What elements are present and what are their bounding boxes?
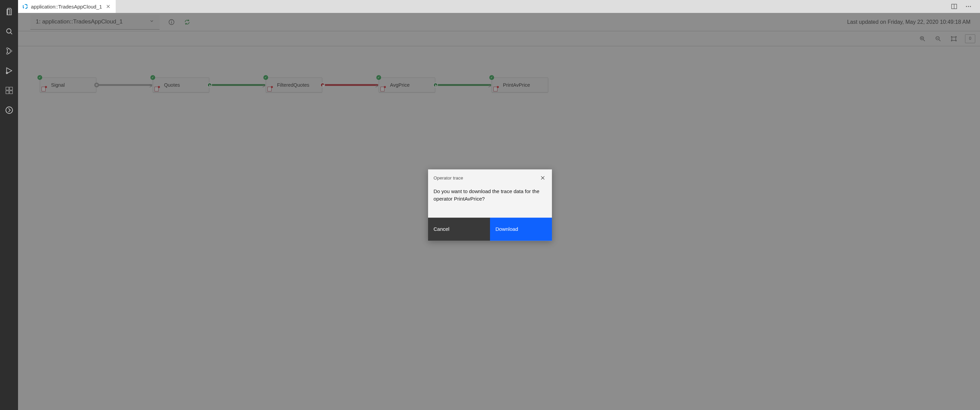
- editor-tab[interactable]: application::TradesAppCloud_1: [18, 0, 116, 13]
- activity-bar: [0, 0, 18, 410]
- last-updated-label: Last updated on Friday, May 22, 2020 10:…: [847, 19, 970, 25]
- output-port[interactable]: [94, 82, 99, 87]
- operator-node-label: PrintAvPrice: [503, 82, 530, 88]
- svg-point-14: [970, 6, 971, 7]
- operator-node-label: FilteredQuotes: [277, 82, 309, 88]
- trace-doc-icon: [41, 87, 46, 92]
- output-port[interactable]: [207, 82, 212, 87]
- operator-node-quotes[interactable]: Quotes: [153, 78, 209, 92]
- operator-node-label: Signal: [51, 82, 65, 88]
- svg-point-12: [966, 6, 967, 7]
- application-select-label: 1: application::TradesAppCloud_1: [36, 18, 123, 25]
- output-port[interactable]: [433, 82, 438, 87]
- trace-doc-icon: [267, 87, 272, 92]
- status-ok-icon: [489, 75, 494, 80]
- status-ok-icon: [263, 75, 268, 80]
- streams-file-icon: [23, 4, 27, 9]
- svg-rect-19: [952, 37, 956, 40]
- svg-point-16: [171, 21, 172, 21]
- zoom-in-icon[interactable]: [918, 34, 927, 43]
- trace-doc-icon: [154, 87, 159, 92]
- operator-node-avgprice[interactable]: AvgPrice: [379, 78, 435, 92]
- explorer-icon[interactable]: [4, 6, 14, 17]
- dialog-body: Do you want to download the trace data f…: [428, 182, 552, 218]
- svg-point-10: [23, 5, 27, 9]
- info-icon[interactable]: [168, 18, 175, 26]
- status-ok-icon: [376, 75, 381, 80]
- output-port[interactable]: [320, 82, 325, 87]
- svg-point-2: [6, 53, 8, 54]
- refresh-icon[interactable]: [183, 18, 191, 26]
- extensions-icon[interactable]: [4, 85, 14, 96]
- close-icon[interactable]: [539, 174, 546, 182]
- search-icon[interactable]: [4, 26, 14, 37]
- svg-point-0: [6, 28, 11, 33]
- application-select[interactable]: 1: application::TradesAppCloud_1: [30, 14, 159, 30]
- download-button[interactable]: Download: [490, 218, 552, 241]
- dialog-title: Operator trace: [434, 176, 463, 180]
- chevron-down-icon: [150, 18, 154, 25]
- operator-trace-dialog: Operator trace Do you want to download t…: [428, 169, 552, 241]
- more-icon[interactable]: [964, 2, 973, 11]
- operator-node-label: AvgPrice: [390, 82, 410, 88]
- tab-strip: application::TradesAppCloud_1: [18, 0, 980, 13]
- count-badge[interactable]: 0: [965, 34, 975, 43]
- svg-rect-8: [10, 91, 13, 94]
- run-debug-icon[interactable]: [4, 65, 14, 76]
- split-editor-icon[interactable]: [950, 2, 959, 11]
- status-ok-icon: [150, 75, 155, 80]
- source-control-icon[interactable]: [4, 46, 14, 57]
- svg-point-4: [6, 72, 8, 73]
- edge-caret-icon: >: [488, 83, 492, 87]
- zoom-out-icon[interactable]: [934, 34, 943, 43]
- svg-point-1: [6, 47, 8, 49]
- trace-doc-icon: [493, 87, 498, 92]
- operator-node-label: Quotes: [164, 82, 180, 88]
- svg-point-13: [968, 6, 969, 7]
- edge-caret-icon: >: [150, 83, 153, 87]
- svg-point-3: [10, 50, 11, 52]
- operator-node-signal[interactable]: Signal: [40, 78, 96, 92]
- edge-caret-icon: >: [375, 83, 379, 87]
- subheader: 1: application::TradesAppCloud_1 Last up…: [18, 13, 980, 31]
- canvas-toolbar: 0: [18, 31, 980, 46]
- cancel-button[interactable]: Cancel: [428, 218, 490, 241]
- fit-screen-icon[interactable]: [950, 34, 958, 43]
- trace-doc-icon: [380, 87, 385, 92]
- svg-rect-7: [6, 91, 9, 94]
- streams-icon[interactable]: [4, 105, 14, 116]
- svg-rect-5: [6, 87, 9, 90]
- svg-point-9: [6, 107, 13, 114]
- tab-title: application::TradesAppCloud_1: [31, 4, 102, 9]
- svg-rect-6: [10, 87, 13, 90]
- operator-node-filteredquotes[interactable]: FilteredQuotes: [266, 78, 322, 92]
- operator-node-printavprice[interactable]: PrintAvPrice: [492, 78, 548, 92]
- close-icon[interactable]: [105, 4, 111, 9]
- edge-caret-icon: >: [262, 83, 266, 87]
- status-ok-icon: [37, 75, 42, 80]
